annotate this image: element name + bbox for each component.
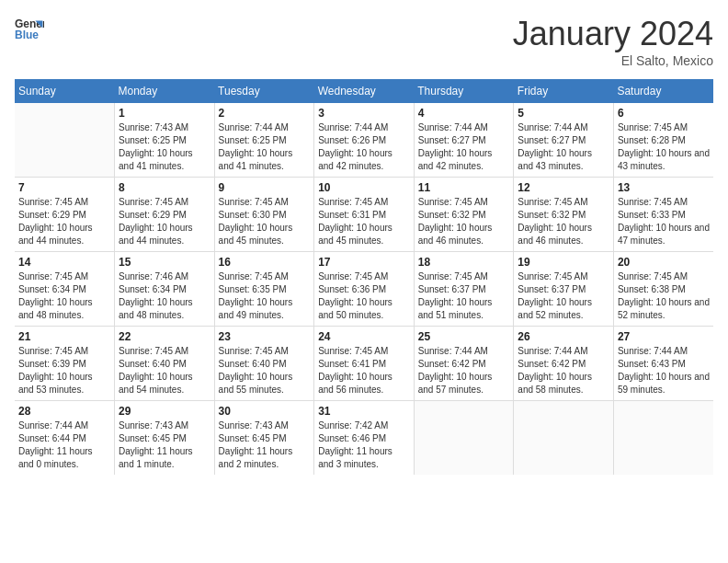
col-header-thursday: Thursday	[414, 79, 514, 103]
day-number: 10	[318, 181, 410, 194]
calendar-cell	[514, 401, 614, 476]
col-header-tuesday: Tuesday	[214, 79, 314, 103]
title-block: January 2024 El Salto, Mexico	[513, 15, 713, 68]
day-info: Sunrise: 7:44 AMSunset: 6:44 PMDaylight:…	[18, 419, 110, 471]
day-number: 17	[318, 256, 410, 269]
day-info: Sunrise: 7:45 AMSunset: 6:36 PMDaylight:…	[318, 270, 410, 322]
calendar-cell: 6Sunrise: 7:45 AMSunset: 6:28 PMDaylight…	[613, 103, 713, 178]
calendar-cell: 14Sunrise: 7:45 AMSunset: 6:34 PMDayligh…	[15, 252, 115, 327]
day-info: Sunrise: 7:45 AMSunset: 6:37 PMDaylight:…	[418, 270, 510, 322]
day-number: 23	[219, 330, 311, 343]
day-info: Sunrise: 7:44 AMSunset: 6:42 PMDaylight:…	[418, 345, 510, 396]
calendar-cell: 2Sunrise: 7:44 AMSunset: 6:25 PMDaylight…	[214, 103, 314, 178]
day-number: 3	[318, 107, 410, 120]
day-number: 9	[219, 181, 311, 194]
day-info: Sunrise: 7:42 AMSunset: 6:46 PMDaylight:…	[318, 419, 410, 471]
col-header-saturday: Saturday	[613, 79, 713, 103]
calendar-cell	[15, 103, 115, 178]
day-info: Sunrise: 7:45 AMSunset: 6:32 PMDaylight:…	[518, 196, 609, 247]
calendar-cell: 18Sunrise: 7:45 AMSunset: 6:37 PMDayligh…	[414, 252, 514, 327]
day-number: 19	[518, 256, 609, 269]
col-header-wednesday: Wednesday	[314, 79, 415, 103]
day-number: 2	[219, 107, 311, 120]
day-info: Sunrise: 7:45 AMSunset: 6:39 PMDaylight:…	[18, 345, 110, 396]
day-info: Sunrise: 7:45 AMSunset: 6:33 PMDaylight:…	[618, 196, 710, 247]
location-subtitle: El Salto, Mexico	[513, 53, 713, 68]
day-info: Sunrise: 7:44 AMSunset: 6:27 PMDaylight:…	[518, 121, 609, 173]
day-number: 24	[318, 330, 410, 343]
day-number: 21	[18, 330, 110, 343]
day-info: Sunrise: 7:45 AMSunset: 6:37 PMDaylight:…	[518, 270, 609, 322]
logo: General Blue	[15, 15, 44, 44]
calendar-cell: 7Sunrise: 7:45 AMSunset: 6:29 PMDaylight…	[15, 178, 115, 252]
calendar-cell: 15Sunrise: 7:46 AMSunset: 6:34 PMDayligh…	[115, 252, 215, 327]
calendar-cell: 25Sunrise: 7:44 AMSunset: 6:42 PMDayligh…	[414, 327, 514, 401]
day-number: 8	[119, 181, 210, 194]
calendar-cell: 28Sunrise: 7:44 AMSunset: 6:44 PMDayligh…	[15, 401, 115, 476]
calendar-cell: 3Sunrise: 7:44 AMSunset: 6:26 PMDaylight…	[314, 103, 415, 178]
calendar-cell	[414, 401, 514, 476]
day-number: 25	[418, 330, 510, 343]
day-info: Sunrise: 7:44 AMSunset: 6:25 PMDaylight:…	[219, 121, 311, 173]
calendar-cell: 21Sunrise: 7:45 AMSunset: 6:39 PMDayligh…	[15, 327, 115, 401]
day-info: Sunrise: 7:45 AMSunset: 6:41 PMDaylight:…	[318, 345, 410, 396]
day-number: 7	[18, 181, 110, 194]
day-number: 4	[418, 107, 510, 120]
day-number: 20	[618, 256, 710, 269]
calendar-cell: 17Sunrise: 7:45 AMSunset: 6:36 PMDayligh…	[314, 252, 415, 327]
day-number: 27	[618, 330, 710, 343]
day-number: 28	[18, 405, 110, 418]
calendar-cell: 12Sunrise: 7:45 AMSunset: 6:32 PMDayligh…	[514, 178, 614, 252]
calendar-cell: 11Sunrise: 7:45 AMSunset: 6:32 PMDayligh…	[414, 178, 514, 252]
day-info: Sunrise: 7:45 AMSunset: 6:34 PMDaylight:…	[18, 270, 110, 322]
day-number: 6	[618, 107, 710, 120]
day-info: Sunrise: 7:45 AMSunset: 6:32 PMDaylight:…	[418, 196, 510, 247]
calendar-week-row: 14Sunrise: 7:45 AMSunset: 6:34 PMDayligh…	[15, 252, 713, 327]
day-info: Sunrise: 7:46 AMSunset: 6:34 PMDaylight:…	[119, 270, 210, 322]
calendar-header-row: SundayMondayTuesdayWednesdayThursdayFrid…	[15, 79, 713, 103]
calendar-cell: 22Sunrise: 7:45 AMSunset: 6:40 PMDayligh…	[115, 327, 215, 401]
day-info: Sunrise: 7:44 AMSunset: 6:26 PMDaylight:…	[318, 121, 410, 173]
calendar-cell	[613, 401, 713, 476]
day-info: Sunrise: 7:45 AMSunset: 6:40 PMDaylight:…	[219, 345, 311, 396]
calendar-cell: 16Sunrise: 7:45 AMSunset: 6:35 PMDayligh…	[214, 252, 314, 327]
calendar-week-row: 1Sunrise: 7:43 AMSunset: 6:25 PMDaylight…	[15, 103, 713, 178]
day-number: 22	[119, 330, 210, 343]
col-header-friday: Friday	[514, 79, 614, 103]
day-number: 12	[518, 181, 609, 194]
calendar-cell: 13Sunrise: 7:45 AMSunset: 6:33 PMDayligh…	[613, 178, 713, 252]
day-number: 18	[418, 256, 510, 269]
day-info: Sunrise: 7:45 AMSunset: 6:40 PMDaylight:…	[119, 345, 210, 396]
calendar-table: SundayMondayTuesdayWednesdayThursdayFrid…	[15, 79, 713, 475]
calendar-cell: 23Sunrise: 7:45 AMSunset: 6:40 PMDayligh…	[214, 327, 314, 401]
day-info: Sunrise: 7:45 AMSunset: 6:38 PMDaylight:…	[618, 270, 710, 322]
day-info: Sunrise: 7:43 AMSunset: 6:45 PMDaylight:…	[219, 419, 311, 471]
calendar-cell: 1Sunrise: 7:43 AMSunset: 6:25 PMDaylight…	[115, 103, 215, 178]
day-info: Sunrise: 7:44 AMSunset: 6:42 PMDaylight:…	[518, 345, 609, 396]
day-number: 29	[119, 405, 210, 418]
logo-icon: General Blue	[15, 15, 44, 44]
calendar-week-row: 28Sunrise: 7:44 AMSunset: 6:44 PMDayligh…	[15, 401, 713, 476]
day-info: Sunrise: 7:43 AMSunset: 6:25 PMDaylight:…	[119, 121, 210, 173]
day-number: 1	[119, 107, 210, 120]
calendar-cell: 19Sunrise: 7:45 AMSunset: 6:37 PMDayligh…	[514, 252, 614, 327]
calendar-cell: 10Sunrise: 7:45 AMSunset: 6:31 PMDayligh…	[314, 178, 415, 252]
calendar-cell: 26Sunrise: 7:44 AMSunset: 6:42 PMDayligh…	[514, 327, 614, 401]
day-number: 5	[518, 107, 609, 120]
calendar-cell: 27Sunrise: 7:44 AMSunset: 6:43 PMDayligh…	[613, 327, 713, 401]
calendar-week-row: 21Sunrise: 7:45 AMSunset: 6:39 PMDayligh…	[15, 327, 713, 401]
calendar-cell: 29Sunrise: 7:43 AMSunset: 6:45 PMDayligh…	[115, 401, 215, 476]
day-info: Sunrise: 7:45 AMSunset: 6:29 PMDaylight:…	[119, 196, 210, 247]
day-info: Sunrise: 7:44 AMSunset: 6:27 PMDaylight:…	[418, 121, 510, 173]
day-number: 15	[119, 256, 210, 269]
col-header-monday: Monday	[115, 79, 215, 103]
day-number: 11	[418, 181, 510, 194]
day-number: 31	[318, 405, 410, 418]
calendar-cell: 8Sunrise: 7:45 AMSunset: 6:29 PMDaylight…	[115, 178, 215, 252]
calendar-week-row: 7Sunrise: 7:45 AMSunset: 6:29 PMDaylight…	[15, 178, 713, 252]
month-title: January 2024	[513, 15, 713, 53]
day-info: Sunrise: 7:45 AMSunset: 6:29 PMDaylight:…	[18, 196, 110, 247]
calendar-cell: 9Sunrise: 7:45 AMSunset: 6:30 PMDaylight…	[214, 178, 314, 252]
calendar-cell: 20Sunrise: 7:45 AMSunset: 6:38 PMDayligh…	[613, 252, 713, 327]
day-number: 14	[18, 256, 110, 269]
